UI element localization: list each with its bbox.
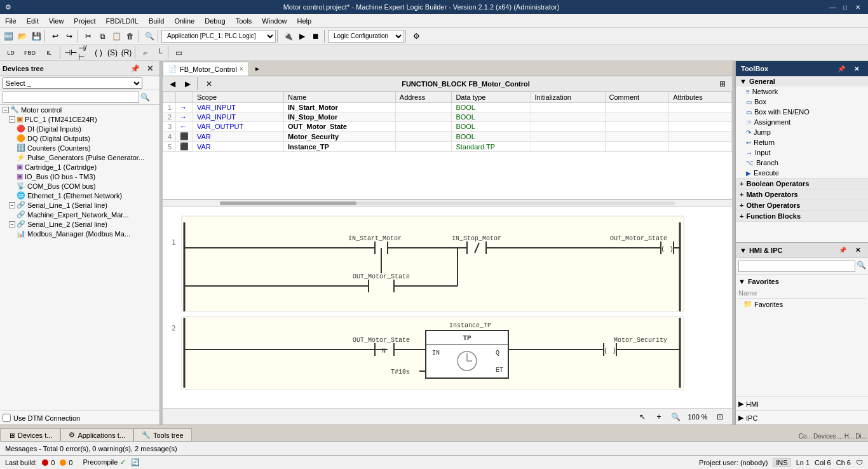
menu-tools[interactable]: Tools xyxy=(231,14,257,28)
close-button[interactable]: ✕ xyxy=(853,2,863,12)
settings-btn[interactable]: ⚙ xyxy=(409,29,423,43)
start-btn[interactable]: ▶ xyxy=(295,29,309,43)
toolbox-math-header[interactable]: + Math Operators xyxy=(736,189,868,200)
tree-item-cartridge[interactable]: ▣ Cartridge_1 (Cartridge) xyxy=(0,162,159,172)
connect-btn[interactable]: 🔌 xyxy=(281,29,295,43)
tree-item-dq[interactable]: 🟠 DQ (Digital Outputs) xyxy=(0,133,159,143)
diagram-wrapper[interactable]: 1 2 IN_Start_Motor xyxy=(163,207,732,408)
open-btn[interactable]: 📂 xyxy=(15,29,29,43)
h-scroll-thumb[interactable] xyxy=(220,201,356,205)
tree-item-com-bus[interactable]: 📡 COM_Bus (COM bus) xyxy=(0,181,159,191)
stop-btn[interactable]: ⏹ xyxy=(309,29,323,43)
menu-build[interactable]: Build xyxy=(144,14,169,28)
toolbox-close-btn[interactable]: ✕ xyxy=(850,62,864,76)
toolbox-fb-header[interactable]: + Function Blocks xyxy=(736,211,868,221)
logic-config-dropdown[interactable]: Logic Configuration xyxy=(328,30,404,43)
var-row-4[interactable]: 4 ⬛ VAR Motor_Security BOOL xyxy=(163,132,732,142)
menu-project[interactable]: Project xyxy=(69,14,100,28)
toolbox-other-header[interactable]: + Other Operators xyxy=(736,200,868,210)
var-row-3[interactable]: 3 ← VAR_OUTPUT OUT_Motor_State BOOL xyxy=(163,122,732,132)
cut-btn[interactable]: ✂ xyxy=(81,29,95,43)
tree-item-di[interactable]: 🔴 DI (Digital Inputs) xyxy=(0,124,159,133)
tab-close-btn[interactable]: × xyxy=(240,65,243,72)
menu-window[interactable]: Window xyxy=(257,14,292,28)
toolbox-item-execute[interactable]: ▶ Execute xyxy=(736,168,868,178)
tab-scroll-right[interactable]: ▸ xyxy=(250,62,264,76)
toolbox-item-branch[interactable]: ⌥ Branch xyxy=(736,158,868,168)
maximize-button[interactable]: □ xyxy=(840,2,850,12)
var-nav-right[interactable]: ▶ xyxy=(180,77,194,91)
toolbox-item-assignment[interactable]: := Assignment xyxy=(736,117,868,127)
editor-expand[interactable]: ⊞ xyxy=(715,77,729,91)
tree-search-input[interactable] xyxy=(3,92,139,103)
new-btn[interactable]: 🆕 xyxy=(1,29,15,43)
menu-fbd[interactable]: FBD/LD/IL xyxy=(101,14,144,28)
delete-btn[interactable]: 🗑 xyxy=(123,29,137,43)
toolbox-pin-btn[interactable]: 📌 xyxy=(834,62,848,76)
undo-btn[interactable]: ↩ xyxy=(48,29,62,43)
tree-item-counters[interactable]: 🔢 Counters (Counters) xyxy=(0,143,159,153)
paste-btn[interactable]: 📋 xyxy=(109,29,123,43)
menu-view[interactable]: View xyxy=(44,14,69,28)
var-row-1[interactable]: 1 → VAR_INPUT IN_Start_Motor BOOL xyxy=(163,103,732,112)
branch-down-btn[interactable]: └ xyxy=(153,46,166,60)
app-dropdown[interactable]: Application [PLC_1: PLC Logic] xyxy=(161,30,276,43)
reset-coil-btn[interactable]: (R) xyxy=(119,46,133,60)
bottom-tab-applications[interactable]: ⚙ Applications t... xyxy=(60,428,133,441)
var-row-5[interactable]: 5 ⬛ VAR Instance_TP Standard.TP xyxy=(163,142,732,152)
hmi-search-input[interactable] xyxy=(738,261,855,272)
zoom-btn[interactable]: 🔍 xyxy=(668,410,682,424)
set-coil-btn[interactable]: (S) xyxy=(105,46,119,60)
zoom-fit-btn[interactable]: ⊡ xyxy=(713,410,727,424)
hmi-search-icon[interactable]: 🔍 xyxy=(857,261,866,272)
search-icon[interactable]: 🔍 xyxy=(140,93,150,102)
tree-item-modbus[interactable]: 📊 Modbus_Manager (Modbus Ma... xyxy=(0,229,159,238)
devices-close-btn[interactable]: ✕ xyxy=(143,62,157,76)
expand-motor-control[interactable]: − xyxy=(3,107,9,113)
menu-edit[interactable]: Edit xyxy=(22,14,44,28)
dtm-checkbox[interactable] xyxy=(3,414,11,422)
tree-item-pulse-gen[interactable]: ⚡ Pulse_Generators (Pulse Generator... xyxy=(0,153,159,162)
tab-fb-motor-control[interactable]: 📄 FB_Motor_Control × xyxy=(163,62,249,76)
redo-btn[interactable]: ↪ xyxy=(62,29,76,43)
tree-item-plc1[interactable]: − ▣ PLC_1 (TM241CE24R) xyxy=(0,114,159,124)
menu-help[interactable]: Help xyxy=(292,14,316,28)
toolbox-item-jump[interactable]: ↷ Jump xyxy=(736,127,868,137)
bottom-tab-devices[interactable]: 🖥 Devices t... xyxy=(0,428,60,441)
var-close[interactable]: ✕ xyxy=(202,77,216,91)
toolbox-boolean-header[interactable]: + Boolean Operators xyxy=(736,179,868,189)
fb-block-btn[interactable]: ▭ xyxy=(172,46,186,60)
coil-btn[interactable]: ( ) xyxy=(92,46,105,60)
hmi-collapse-header[interactable]: ▶ HMI xyxy=(738,400,866,408)
var-row-2[interactable]: 2 → VAR_INPUT IN_Stop_Motor BOOL xyxy=(163,112,732,122)
menu-online[interactable]: Online xyxy=(169,14,200,28)
fbd-btn[interactable]: FBD xyxy=(20,46,39,60)
toolbox-general-header[interactable]: ▼ General xyxy=(736,76,868,86)
tree-item-serial1[interactable]: − 🔗 Serial_Line_1 (Serial line) xyxy=(0,200,159,210)
expand-serial2[interactable]: − xyxy=(9,221,15,228)
var-nav-left[interactable]: ◀ xyxy=(165,77,179,91)
menu-file[interactable]: File xyxy=(0,14,22,28)
hmi-expand-icon[interactable]: ▼ xyxy=(740,247,747,254)
tree-item-motor-control[interactable]: − 🔧 Motor control xyxy=(0,105,159,114)
devices-pin-btn[interactable]: 📌 xyxy=(128,62,142,76)
ipc-collapse-header[interactable]: ▶ IPC xyxy=(738,414,866,422)
expand-serial1[interactable]: − xyxy=(9,202,15,208)
branch-up-btn[interactable]: ⌐ xyxy=(139,46,153,60)
contact-nc-btn[interactable]: ⊣/⊢ xyxy=(78,46,92,60)
hmi-close-btn[interactable]: ✕ xyxy=(851,243,865,257)
favorites-item[interactable]: 📁 Favorites xyxy=(738,299,866,309)
tree-item-io-bus[interactable]: ▣ IO_Bus (IO bus - TM3) xyxy=(0,172,159,181)
contact-no-btn[interactable]: ⊣⊢ xyxy=(64,46,78,60)
dtm-label[interactable]: Use DTM Connection xyxy=(13,414,80,422)
toolbox-item-box-en-eno[interactable]: ▭ Box with EN/ENO xyxy=(736,107,868,117)
cursor-tool[interactable]: ↖ xyxy=(635,410,649,424)
add-network-btn[interactable]: + xyxy=(652,410,666,424)
tree-item-ethernet[interactable]: 🌐 Ethernet_1 (Ethernet Network) xyxy=(0,191,159,200)
expand-plc1[interactable]: − xyxy=(9,116,15,123)
minimize-button[interactable]: — xyxy=(827,2,837,12)
il-btn[interactable]: IL xyxy=(39,46,58,60)
bottom-tab-tools[interactable]: 🔧 Tools tree xyxy=(133,428,192,441)
select-all-dropdown[interactable]: Select _ xyxy=(3,78,142,89)
save-btn[interactable]: 💾 xyxy=(29,29,43,43)
